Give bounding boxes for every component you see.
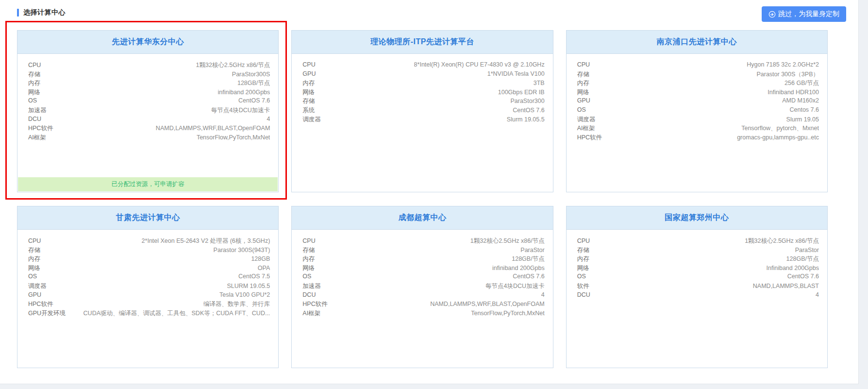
spec-label: DCU — [577, 291, 590, 298]
center-name: 甘肃先进计算中心 — [116, 213, 180, 223]
center-card-header: 先进计算华东分中心 — [17, 31, 278, 54]
spec-row: 内存 128GB/节点 — [28, 79, 270, 88]
spec-label: 网络 — [302, 88, 315, 97]
spec-value: Tensorflow、pytorch、Mxnet — [741, 124, 819, 133]
spec-value: Hygon 7185 32c 2.0GHz*2 — [747, 61, 819, 68]
spec-label: 存储 — [302, 97, 315, 105]
spec-value: Centos 7.6 — [790, 106, 819, 113]
spec-row: HPC软件 NAMD,LAMMPS,WRF,BLAST,OpenFOAM — [28, 124, 270, 134]
spec-label: GPU — [577, 97, 590, 104]
spec-label: 系统 — [302, 106, 315, 115]
spec-row: 存储 Parastor 300S(943T) — [28, 246, 270, 255]
spec-row: OS CentOS 7.6 — [577, 273, 819, 282]
spec-row: DCU 4 — [577, 291, 819, 301]
spec-value: CentOS 7.6 — [238, 97, 270, 104]
spec-row: OS Centos 7.6 — [577, 106, 819, 116]
spec-row: CPU 1颗32核心2.5GHz x86/节点 — [28, 61, 270, 70]
spec-row: 内存 128GB — [28, 255, 270, 264]
spec-row: 系统 CentOS 7.6 — [302, 106, 544, 116]
center-card[interactable]: 国家超算郑州中心 CPU 1颗32核心2.5GHz x86/节点 存储 Para… — [566, 206, 828, 368]
spec-value: ParaStor300S — [232, 71, 270, 78]
spec-value: 256 GB/节点 — [785, 79, 819, 87]
spec-label: 软件 — [577, 282, 589, 290]
spec-row: 软件 NAMD,LAMMPS,BLAST — [577, 282, 819, 291]
spec-label: 网络 — [302, 264, 315, 272]
spec-label: GPU — [302, 70, 316, 77]
center-card-header: 国家超算郑州中心 — [567, 206, 827, 230]
spec-row: 调度器 Slurm 19.05.5 — [302, 116, 544, 125]
spec-row: 网络 Infiniband 200Gpbs — [577, 264, 819, 273]
spec-row: HPC软件 NAMD,LAMMPS,WRF,BLAST,OpenFOAM — [302, 300, 544, 309]
spec-row: 存储 Parastor 300S（3PB） — [577, 70, 819, 80]
center-card[interactable]: 先进计算华东分中心 CPU 1颗32核心2.5GHz x86/节点 存储 Par… — [17, 30, 279, 192]
center-card-header: 甘肃先进计算中心 — [17, 206, 278, 230]
spec-label: 存储 — [577, 246, 589, 254]
center-card[interactable]: 理论物理所-ITP先进计算平台 CPU 8*Intel(R) Xeon(R) C… — [291, 30, 553, 192]
spec-row: AI框架 TensorFlow,PyTorch,MxNet — [28, 134, 270, 143]
allocated-resources-banner: 已分配过资源，可申请扩容 — [18, 177, 278, 191]
spec-value: 128GB/节点 — [512, 255, 544, 263]
spec-value: 8*Intel(R) Xeon(R) CPU E7-4830 v3 @ 2.10… — [414, 61, 545, 68]
spec-value: 每节点4块DCU加速卡 — [485, 282, 545, 290]
center-card[interactable]: 南京浦口先进计算中心 CPU Hygon 7185 32c 2.0GHz*2 存… — [566, 30, 828, 192]
spec-row: 调度器 SLURM 19.05.5 — [28, 282, 270, 291]
spec-row: 存储 ParaStor — [302, 246, 544, 255]
spec-label: DCU — [302, 291, 316, 298]
spec-row: 网络 Infiniband HDR100 — [577, 88, 819, 98]
spec-label: CPU — [28, 237, 41, 244]
spec-label: 内存 — [28, 255, 40, 263]
spec-row: OS CentOS 7.6 — [28, 97, 270, 106]
center-spec-list: CPU 1颗32核心2.5GHz x86/节点 存储 ParaStor 内存 1… — [567, 230, 827, 300]
center-name: 先进计算华东分中心 — [112, 37, 184, 47]
spec-label: CPU — [577, 61, 590, 68]
page-title: 选择计算中心 — [23, 8, 66, 17]
spec-value: CentOS 7.5 — [238, 273, 270, 280]
spec-row: CPU 2*Intel Xeon E5-2643 V2 处理器 (6核，3.5G… — [28, 237, 270, 246]
spec-value: CentOS 7.6 — [513, 107, 544, 114]
spec-row: AI框架 Tensorflow、pytorch、Mxnet — [577, 124, 819, 134]
spec-row: CPU 1颗32核心2.5GHz x86/节点 — [577, 237, 819, 246]
spec-value: gromacs-gpu,lammps-gpu..etc — [737, 134, 819, 141]
spec-label: 内存 — [28, 79, 40, 87]
center-name: 成都超算中心 — [398, 213, 446, 223]
spec-label: 内存 — [302, 255, 315, 263]
center-card-header: 南京浦口先进计算中心 — [567, 31, 827, 54]
spec-row: HPC软件 gromacs-gpu,lammps-gpu..etc — [577, 134, 819, 143]
spec-row: 网络 infiniband 200Gpbs — [28, 88, 270, 98]
spec-label: OS — [28, 273, 37, 280]
spec-row: 内存 128GB/节点 — [302, 255, 544, 264]
spec-value: Infiniband 200Gpbs — [767, 265, 819, 271]
spec-value: 每节点4块DCU加速卡 — [211, 106, 270, 115]
spec-row: 存储 ParaStor — [577, 246, 819, 255]
center-name: 南京浦口先进计算中心 — [657, 37, 737, 47]
spec-label: CPU — [28, 62, 41, 68]
center-spec-list: CPU 1颗32核心2.5GHz x86/节点 存储 ParaStor300S … — [17, 54, 278, 142]
spec-value: SLURM 19.05.5 — [227, 283, 270, 289]
spec-value: Parastor 300S（3PB） — [756, 70, 819, 79]
spec-value: ParaStor300 — [510, 98, 544, 104]
spec-value: 4 — [541, 291, 545, 298]
spec-value: TensorFlow,PyTorch,MxNet — [197, 134, 270, 141]
spec-value: 128GB/节点 — [786, 255, 819, 263]
spec-label: OS — [577, 106, 586, 113]
spec-row: 网络 infiniband 200Gpbs — [302, 264, 544, 273]
center-card[interactable]: 成都超算中心 CPU 1颗32核心2.5GHz x86/节点 存储 ParaSt… — [291, 206, 553, 368]
spec-value: Tesla V100 GPU*2 — [219, 291, 270, 298]
spec-label: AI框架 — [28, 134, 46, 142]
spec-label: 存储 — [28, 246, 40, 254]
spec-row: CPU Hygon 7185 32c 2.0GHz*2 — [577, 61, 819, 70]
spec-row: 加速器 每节点4块DCU加速卡 — [28, 106, 270, 116]
spec-value: ParaStor — [795, 247, 819, 254]
spec-row: DCU 4 — [28, 116, 270, 125]
spec-row: 加速器 每节点4块DCU加速卡 — [302, 282, 544, 291]
spec-row: 内存 128GB/节点 — [577, 255, 819, 264]
spec-label: 网络 — [28, 264, 40, 272]
skip-customize-button[interactable]: 跳过，为我量身定制 — [762, 6, 846, 22]
spec-value: CentOS 7.6 — [787, 273, 819, 280]
spec-row: GPU开发环境 CUDA驱动、编译器、调试器、工具包、SDK等；CUDA FFT… — [28, 309, 270, 319]
spec-label: 网络 — [28, 88, 40, 97]
spec-label: 加速器 — [302, 282, 321, 290]
center-card[interactable]: 甘肃先进计算中心 CPU 2*Intel Xeon E5-2643 V2 处理器… — [17, 206, 279, 368]
spec-label: 内存 — [302, 79, 315, 87]
spec-value: 1颗32核心2.5GHz x86/节点 — [470, 237, 545, 245]
